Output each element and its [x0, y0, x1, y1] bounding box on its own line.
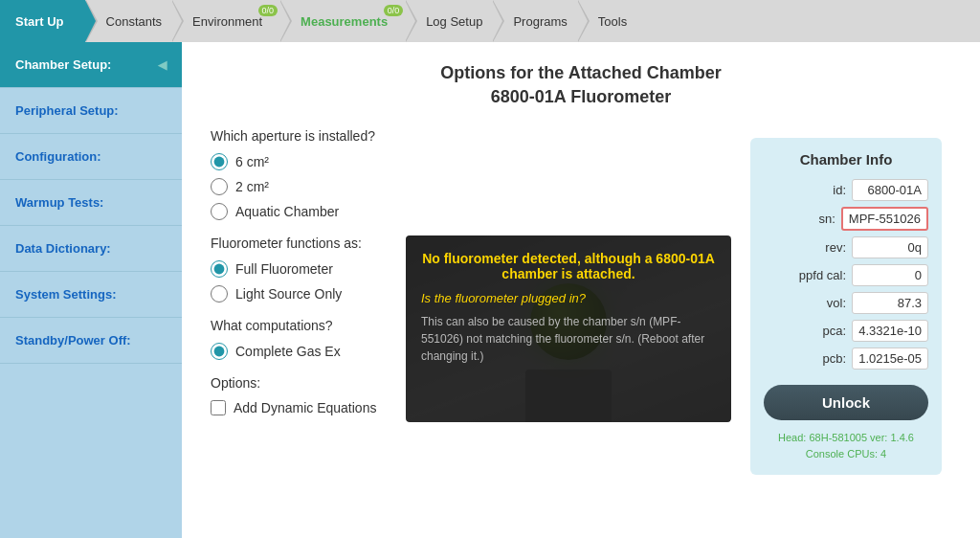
aperture-6cm[interactable]: 6 cm²: [211, 153, 731, 170]
aperture-aquatic[interactable]: Aquatic Chamber: [211, 203, 731, 220]
nav-item-startup[interactable]: Start Up: [0, 0, 85, 42]
computation-complete[interactable]: Complete Gas Ex: [211, 343, 390, 360]
sidebar-label-standby-power-off: Standby/Power Off:: [15, 333, 131, 347]
fluoro-light-source[interactable]: Light Source Only: [211, 285, 390, 303]
sidebar-label-peripheral-setup: Peripheral Setup:: [15, 103, 119, 118]
unlock-button[interactable]: Unlock: [764, 385, 928, 420]
sidebar-label-chamber-setup: Chamber Setup:: [15, 57, 111, 72]
nav-label-constants: Constants: [106, 14, 163, 29]
chamber-footer-line1: Head: 68H-581005 ver: 1.4.6: [764, 430, 928, 446]
fluoro-question: Fluorometer functions as:: [211, 235, 390, 251]
sidebar-label-data-dictionary: Data Dictionary:: [15, 241, 111, 256]
chamber-label-sn: sn:: [792, 212, 835, 226]
sidebar-item-peripheral-setup[interactable]: Peripheral Setup:: [0, 88, 182, 134]
badge-measurements: 0/0: [384, 5, 404, 16]
chamber-info-title: Chamber Info: [764, 151, 928, 168]
chamber-row-pcb: pcb: 1.0215e-05: [764, 347, 928, 370]
option-add-dynamic[interactable]: Add Dynamic Equations: [211, 400, 390, 415]
left-controls: Fluorometer functions as: Full Fluoromet…: [211, 235, 390, 415]
computations-options: Complete Gas Ex: [211, 343, 390, 360]
chamber-row-pca: pca: 4.3321e-10: [764, 320, 928, 342]
sidebar: Chamber Setup: Peripheral Setup: Configu…: [0, 42, 182, 538]
badge-environment: 0/0: [258, 5, 278, 16]
chamber-label-ppfd: ppfd cal:: [799, 268, 846, 282]
chamber-value-rev: 0q: [852, 236, 928, 258]
nav-label-startup: Start Up: [15, 14, 64, 29]
sidebar-item-configuration[interactable]: Configuration:: [0, 134, 182, 180]
content-left: Which aperture is installed? 6 cm² 2 cm²…: [211, 128, 731, 484]
nav-item-programs[interactable]: Programs: [492, 0, 576, 42]
sidebar-item-data-dictionary[interactable]: Data Dictionary:: [0, 226, 182, 272]
nav-item-measurements[interactable]: 0/0 Measurements: [279, 0, 405, 42]
chamber-info-panel: Chamber Info id: 6800-01A sn: MPF-551026…: [750, 138, 942, 475]
sidebar-label-system-settings: System Settings:: [15, 287, 116, 302]
computations-question: What computations?: [211, 318, 390, 333]
aperture-2cm[interactable]: 2 cm²: [211, 178, 731, 195]
nav-label-logsetup: Log Setup: [426, 14, 482, 29]
sidebar-item-warmup-tests[interactable]: Warmup Tests:: [0, 180, 182, 226]
warning-title: No fluorometer detected, although a 6800…: [421, 251, 716, 281]
chamber-row-ppfd: ppfd cal: 0: [764, 264, 928, 286]
chamber-row-sn: sn: MPF-551026: [764, 207, 928, 231]
chamber-row-rev: rev: 0q: [764, 236, 928, 258]
nav-label-programs: Programs: [513, 14, 567, 29]
sidebar-item-standby-power-off[interactable]: Standby/Power Off:: [0, 318, 182, 364]
sidebar-label-warmup-tests: Warmup Tests:: [15, 195, 103, 210]
page-title: Options for the Attached Chamber 6800-01…: [211, 61, 951, 109]
aperture-question: Which aperture is installed?: [211, 128, 731, 144]
fluoro-background: No fluorometer detected, although a 6800…: [406, 235, 731, 422]
chamber-label-id: id:: [803, 183, 846, 197]
warning-question: Is the fluorometer plugged in?: [421, 291, 716, 305]
aperture-options: 6 cm² 2 cm² Aquatic Chamber: [211, 153, 731, 220]
warning-body: This can also be caused by the chamber s…: [421, 313, 716, 365]
chamber-footer-line2: Console CPUs: 4: [764, 446, 928, 462]
chamber-value-ppfd: 0: [852, 264, 928, 286]
chamber-label-vol: vol:: [803, 296, 846, 310]
nav-label-environment: Environment: [192, 14, 262, 29]
warning-image-area: No fluorometer detected, although a 6800…: [406, 235, 731, 422]
content-area: Options for the Attached Chamber 6800-01…: [182, 42, 980, 538]
fluoro-full[interactable]: Full Fluorometer: [211, 260, 390, 278]
nav-label-measurements: Measurements: [301, 14, 388, 29]
nav-item-environment[interactable]: 0/0 Environment: [171, 0, 279, 42]
nav-item-logsetup[interactable]: Log Setup: [405, 0, 492, 42]
chamber-row-id: id: 6800-01A: [764, 179, 928, 201]
options-checkboxes: Add Dynamic Equations: [211, 400, 390, 415]
top-navigation: Start Up Constants 0/0 Environment 0/0 M…: [0, 0, 980, 42]
content-inner: Which aperture is installed? 6 cm² 2 cm²…: [211, 128, 951, 484]
chamber-label-rev: rev:: [803, 240, 846, 255]
nav-item-constants[interactable]: Constants: [85, 0, 172, 42]
chamber-label-pca: pca:: [803, 324, 846, 338]
sidebar-label-configuration: Configuration:: [15, 149, 101, 164]
sidebar-item-chamber-setup[interactable]: Chamber Setup:: [0, 42, 182, 88]
chamber-row-vol: vol: 87.3: [764, 292, 928, 314]
chamber-footer: Head: 68H-581005 ver: 1.4.6 Console CPUs…: [764, 430, 928, 461]
chamber-value-pca: 4.3321e-10: [852, 320, 928, 342]
chamber-value-id: 6800-01A: [852, 179, 928, 201]
options-label: Options:: [211, 375, 390, 391]
nav-label-tools: Tools: [598, 14, 627, 29]
warning-overlay: No fluorometer detected, although a 6800…: [406, 235, 731, 422]
main-container: Chamber Setup: Peripheral Setup: Configu…: [0, 42, 980, 538]
right-panel: Chamber Info id: 6800-01A sn: MPF-551026…: [741, 128, 951, 484]
sidebar-item-system-settings[interactable]: System Settings:: [0, 272, 182, 318]
chamber-label-pcb: pcb:: [803, 351, 846, 366]
fluoro-options: Full Fluorometer Light Source Only: [211, 260, 390, 303]
chamber-value-sn: MPF-551026: [841, 207, 928, 231]
chamber-value-pcb: 1.0215e-05: [852, 347, 928, 370]
chamber-value-vol: 87.3: [852, 292, 928, 314]
